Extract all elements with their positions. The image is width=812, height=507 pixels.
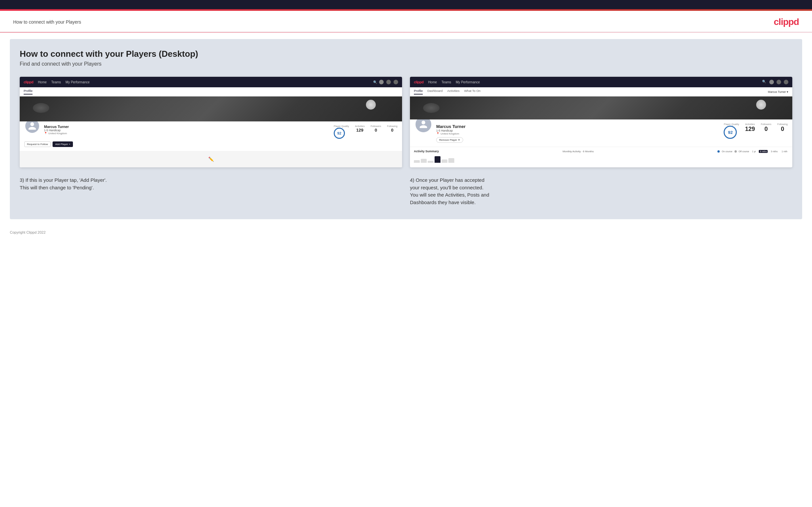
right-tab-bar: Profile Dashboard Activities What To On … — [410, 87, 792, 97]
marcus-dropdown[interactable]: Marcus Turner ▾ — [768, 90, 789, 94]
desc-left-line2: This will then change to 'Pending'. — [20, 184, 402, 192]
right-nav-home[interactable]: Home — [428, 80, 437, 84]
main-content: How to connect with your Players (Deskto… — [10, 39, 802, 219]
tab-profile-right[interactable]: Profile — [414, 89, 423, 95]
main-title: How to connect with your Players (Deskto… — [20, 49, 792, 59]
main-subtitle: Find and connect with your Players — [20, 61, 792, 67]
left-player-handicap: 1-5 Handicap — [44, 129, 330, 132]
desc-left: 3) If this is your Player tap, 'Add Play… — [20, 177, 402, 206]
chart-bar-4 — [435, 156, 441, 163]
desc-left-line1: 3) If this is your Player tap, 'Add Play… — [20, 177, 402, 184]
screenshot-left: clippd Home Teams My Performance 🔍 Profi… — [20, 77, 402, 167]
page-title: How to connect with your Players — [13, 19, 81, 24]
right-player-name: Marcus Turner — [436, 124, 720, 129]
page-header: How to connect with your Players clippd — [0, 11, 812, 32]
chart-bar-6 — [448, 158, 454, 163]
left-player-info: Marcus Turner 1-5 Handicap 📍 United King… — [20, 121, 402, 151]
right-quality-circle: 92 — [724, 126, 737, 139]
chart-bar-3 — [428, 161, 434, 163]
tab-dashboard-right[interactable]: Dashboard — [427, 89, 443, 95]
location-icon: 📍 — [44, 132, 47, 135]
desc-right: 4) Once your Player has accepted your re… — [410, 177, 792, 206]
right-app-nav: clippd Home Teams My Performance 🔍 — [410, 77, 792, 87]
left-nav-home[interactable]: Home — [38, 80, 47, 84]
right-followers-stat: Followers 0 — [761, 123, 771, 132]
time-6mths[interactable]: 6 mths — [759, 150, 768, 153]
right-following-stat: Following 0 — [777, 123, 788, 132]
left-nav-icons: 🔍 — [373, 80, 398, 84]
add-player-button[interactable]: Add Player + — [53, 142, 73, 147]
right-player-info: Marcus Turner 1-5 Handicap 📍 United King… — [410, 119, 792, 147]
left-player-stats: Player Quality 92 Activities 129 Followe… — [334, 125, 398, 139]
legend-off-dot — [734, 150, 737, 153]
right-nav-my-performance[interactable]: My Performance — [456, 80, 480, 84]
left-player-details: Marcus Turner 1-5 Handicap 📍 United King… — [44, 125, 330, 135]
right-globe-icon[interactable] — [784, 80, 789, 84]
right-user-icon[interactable] — [769, 80, 774, 84]
right-search-icon[interactable]: 🔍 — [762, 80, 767, 84]
left-following-stat: Following 0 — [387, 125, 398, 132]
screenshots-row: clippd Home Teams My Performance 🔍 Profi… — [20, 77, 792, 167]
desc-right-line2: your request, you'll be connected. — [410, 184, 792, 192]
left-activities-stat: Activities 129 — [355, 125, 365, 132]
right-location-icon: 📍 — [436, 132, 440, 135]
tab-activities-right[interactable]: Activities — [447, 89, 459, 95]
chart-bar-1 — [414, 160, 420, 163]
activity-title: Activity Summary — [414, 150, 439, 153]
left-followers-stat: Followers 0 — [370, 125, 381, 132]
left-quality-stat: Player Quality 92 — [334, 125, 349, 139]
top-bar — [0, 0, 812, 9]
legend-on-label: On course — [722, 150, 732, 153]
right-quality-stat: Player Quality 92 — [724, 123, 739, 139]
right-nav-teams[interactable]: Teams — [442, 80, 451, 84]
right-player-details: Marcus Turner 1-5 Handicap 📍 United King… — [436, 124, 720, 143]
left-nav-logo: clippd — [23, 80, 33, 84]
pencil-icon: ✏️ — [208, 157, 214, 162]
left-nav-my-performance[interactable]: My Performance — [66, 80, 90, 84]
chart-bar-2 — [421, 159, 427, 163]
desc-right-line4: Dashboards they have visible. — [410, 199, 792, 207]
right-activities-stat: Activities 129 — [745, 123, 755, 132]
time-1yr[interactable]: 1 yr — [751, 150, 757, 153]
right-nav-icons: 🔍 — [762, 80, 789, 84]
remove-player-button[interactable]: Remove Player ✕ — [436, 137, 463, 143]
left-player-name: Marcus Turner — [44, 125, 330, 129]
user-icon[interactable] — [379, 80, 384, 84]
tab-profile-left[interactable]: Profile — [23, 89, 33, 95]
left-player-country: 📍 United Kingdom — [44, 132, 330, 135]
description-row: 3) If this is your Player tap, 'Add Play… — [20, 177, 792, 206]
time-1mth[interactable]: 1 mth — [780, 150, 789, 153]
desc-right-line3: You will see the Activities, Posts and — [410, 191, 792, 199]
globe-icon[interactable] — [394, 80, 398, 84]
right-player-info-top: Marcus Turner 1-5 Handicap 📍 United King… — [414, 123, 788, 143]
activity-header: Activity Summary Monthly Activity · 6 Mo… — [414, 150, 789, 153]
right-player-handicap: 1-5 Handicap — [436, 129, 720, 132]
tab-what-to-on-right[interactable]: What To On — [464, 89, 480, 95]
chart-bar-5 — [442, 160, 447, 163]
request-to-follow-button[interactable]: Request to Follow — [24, 142, 51, 147]
copyright-text: Copyright Clippd 2022 — [10, 230, 46, 234]
left-player-buttons: Request to Follow Add Player + — [24, 142, 398, 147]
footer: Copyright Clippd 2022 — [0, 226, 812, 240]
time-3mths[interactable]: 3 mths — [770, 150, 778, 153]
left-quality-circle: 92 — [334, 128, 345, 139]
left-bottom-section: ✏️ — [20, 151, 402, 167]
right-settings-icon[interactable] — [776, 80, 781, 84]
left-app-nav: clippd Home Teams My Performance 🔍 — [20, 77, 402, 87]
logo: clippd — [774, 17, 799, 27]
right-tabs-left: Profile Dashboard Activities What To On — [414, 89, 480, 95]
left-hero-image — [20, 97, 402, 121]
header-divider — [0, 32, 812, 33]
left-tab-bar: Profile — [20, 87, 402, 97]
activity-controls: On course Off course 1 yr 6 mths 3 mths … — [717, 150, 789, 153]
settings-icon[interactable] — [386, 80, 391, 84]
desc-right-line1: 4) Once your Player has accepted — [410, 177, 792, 184]
activity-period: Monthly Activity · 6 Months — [563, 150, 594, 153]
right-hero-image — [410, 97, 792, 119]
left-nav-teams[interactable]: Teams — [51, 80, 61, 84]
activity-chart — [414, 155, 789, 163]
legend-off-label: Off course — [739, 150, 749, 153]
search-icon[interactable]: 🔍 — [373, 80, 376, 84]
activity-summary-section: Activity Summary Monthly Activity · 6 Mo… — [410, 147, 792, 165]
right-player-country: 📍 United Kingdom — [436, 132, 720, 135]
